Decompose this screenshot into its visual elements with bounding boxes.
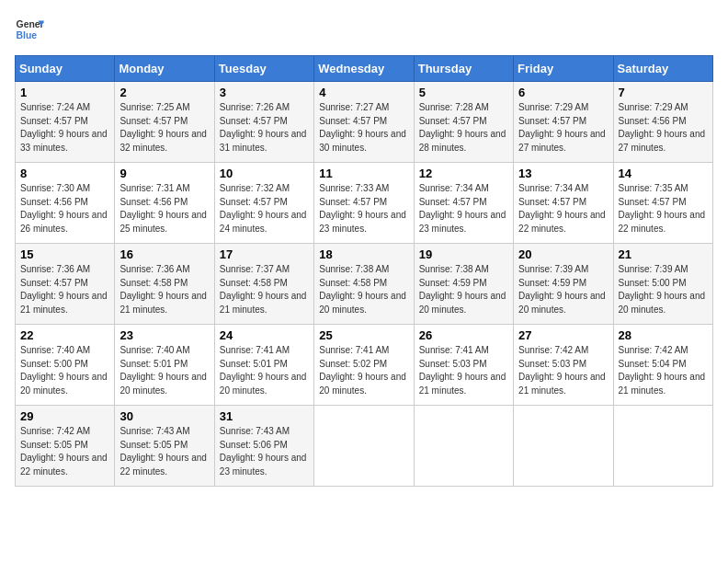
- day-detail: Sunrise: 7:29 AM Sunset: 4:57 PM Dayligh…: [518, 101, 608, 155]
- day-number: 25: [319, 328, 408, 342]
- day-detail: Sunrise: 7:34 AM Sunset: 4:57 PM Dayligh…: [419, 182, 508, 236]
- calendar-header-row: SundayMondayTuesdayWednesdayThursdayFrid…: [16, 56, 713, 82]
- calendar-cell: 14 Sunrise: 7:35 AM Sunset: 4:57 PM Dayl…: [613, 163, 712, 244]
- day-number: 6: [518, 86, 608, 99]
- day-detail: Sunrise: 7:39 AM Sunset: 4:59 PM Dayligh…: [518, 263, 608, 316]
- calendar-header-monday: Monday: [115, 56, 214, 82]
- day-number: 16: [119, 247, 209, 261]
- svg-text:Blue: Blue: [17, 30, 38, 40]
- calendar-header-wednesday: Wednesday: [314, 56, 414, 82]
- day-number: 7: [619, 86, 708, 99]
- calendar-cell: 13 Sunrise: 7:34 AM Sunset: 4:57 PM Dayl…: [514, 163, 613, 244]
- day-detail: Sunrise: 7:28 AM Sunset: 4:57 PM Dayligh…: [419, 101, 508, 155]
- day-detail: Sunrise: 7:41 AM Sunset: 5:03 PM Dayligh…: [419, 344, 508, 397]
- day-number: 14: [619, 167, 708, 180]
- calendar-header-friday: Friday: [514, 56, 613, 82]
- calendar-cell: [613, 406, 712, 487]
- day-detail: Sunrise: 7:42 AM Sunset: 5:05 PM Dayligh…: [20, 425, 109, 478]
- day-detail: Sunrise: 7:27 AM Sunset: 4:57 PM Dayligh…: [319, 101, 408, 155]
- calendar-header-sunday: Sunday: [16, 56, 115, 82]
- day-number: 17: [220, 247, 309, 261]
- calendar-week-row: 22 Sunrise: 7:40 AM Sunset: 5:00 PM Dayl…: [16, 325, 713, 406]
- day-number: 20: [518, 247, 608, 261]
- calendar-cell: 24 Sunrise: 7:41 AM Sunset: 5:01 PM Dayl…: [214, 325, 313, 406]
- calendar-cell: 9 Sunrise: 7:31 AM Sunset: 4:56 PM Dayli…: [115, 163, 214, 244]
- day-number: 8: [20, 167, 109, 180]
- calendar-week-row: 15 Sunrise: 7:36 AM Sunset: 4:57 PM Dayl…: [16, 244, 713, 325]
- calendar-body: 1 Sunrise: 7:24 AM Sunset: 4:57 PM Dayli…: [16, 82, 713, 487]
- day-detail: Sunrise: 7:31 AM Sunset: 4:56 PM Dayligh…: [119, 182, 209, 236]
- calendar-week-row: 1 Sunrise: 7:24 AM Sunset: 4:57 PM Dayli…: [16, 82, 713, 163]
- logo: General Blue: [15, 15, 44, 44]
- day-number: 3: [220, 86, 309, 99]
- day-detail: Sunrise: 7:25 AM Sunset: 4:57 PM Dayligh…: [119, 101, 209, 155]
- calendar-cell: 28 Sunrise: 7:42 AM Sunset: 5:04 PM Dayl…: [613, 325, 712, 406]
- calendar-cell: 8 Sunrise: 7:30 AM Sunset: 4:56 PM Dayli…: [16, 163, 115, 244]
- day-number: 21: [619, 247, 708, 261]
- day-detail: Sunrise: 7:26 AM Sunset: 4:57 PM Dayligh…: [220, 101, 309, 155]
- calendar-cell: 25 Sunrise: 7:41 AM Sunset: 5:02 PM Dayl…: [314, 325, 414, 406]
- calendar-header-saturday: Saturday: [613, 56, 712, 82]
- day-number: 19: [419, 247, 508, 261]
- calendar-cell: 29 Sunrise: 7:42 AM Sunset: 5:05 PM Dayl…: [16, 406, 115, 487]
- day-number: 22: [20, 328, 109, 342]
- day-number: 29: [20, 409, 109, 423]
- calendar-table: SundayMondayTuesdayWednesdayThursdayFrid…: [15, 55, 713, 487]
- day-number: 26: [419, 328, 508, 342]
- calendar-cell: [314, 406, 414, 487]
- calendar-cell: 18 Sunrise: 7:38 AM Sunset: 4:58 PM Dayl…: [314, 244, 414, 325]
- day-number: 11: [319, 167, 408, 180]
- day-detail: Sunrise: 7:30 AM Sunset: 4:56 PM Dayligh…: [20, 182, 109, 236]
- day-detail: Sunrise: 7:32 AM Sunset: 4:57 PM Dayligh…: [220, 182, 309, 236]
- day-number: 5: [419, 86, 508, 99]
- calendar-cell: 12 Sunrise: 7:34 AM Sunset: 4:57 PM Dayl…: [414, 163, 513, 244]
- day-detail: Sunrise: 7:35 AM Sunset: 4:57 PM Dayligh…: [619, 182, 708, 236]
- day-number: 9: [119, 167, 209, 180]
- day-detail: Sunrise: 7:40 AM Sunset: 5:01 PM Dayligh…: [119, 344, 209, 397]
- day-detail: Sunrise: 7:42 AM Sunset: 5:04 PM Dayligh…: [619, 344, 708, 397]
- calendar-cell: 10 Sunrise: 7:32 AM Sunset: 4:57 PM Dayl…: [214, 163, 313, 244]
- day-number: 13: [518, 167, 608, 180]
- calendar-week-row: 8 Sunrise: 7:30 AM Sunset: 4:56 PM Dayli…: [16, 163, 713, 244]
- calendar-cell: 26 Sunrise: 7:41 AM Sunset: 5:03 PM Dayl…: [414, 325, 513, 406]
- day-number: 10: [220, 167, 309, 180]
- calendar-header-tuesday: Tuesday: [214, 56, 313, 82]
- calendar-cell: 11 Sunrise: 7:33 AM Sunset: 4:57 PM Dayl…: [314, 163, 414, 244]
- day-number: 30: [119, 409, 209, 423]
- day-detail: Sunrise: 7:43 AM Sunset: 5:05 PM Dayligh…: [119, 425, 209, 478]
- day-detail: Sunrise: 7:34 AM Sunset: 4:57 PM Dayligh…: [518, 182, 608, 236]
- calendar-cell: 21 Sunrise: 7:39 AM Sunset: 5:00 PM Dayl…: [613, 244, 712, 325]
- day-detail: Sunrise: 7:37 AM Sunset: 4:58 PM Dayligh…: [220, 263, 309, 316]
- day-number: 4: [319, 86, 408, 99]
- calendar-cell: 16 Sunrise: 7:36 AM Sunset: 4:58 PM Dayl…: [115, 244, 214, 325]
- calendar-cell: 31 Sunrise: 7:43 AM Sunset: 5:06 PM Dayl…: [214, 406, 313, 487]
- calendar-cell: 6 Sunrise: 7:29 AM Sunset: 4:57 PM Dayli…: [514, 82, 613, 163]
- day-detail: Sunrise: 7:36 AM Sunset: 4:58 PM Dayligh…: [119, 263, 209, 316]
- day-number: 1: [20, 86, 109, 99]
- calendar-cell: 2 Sunrise: 7:25 AM Sunset: 4:57 PM Dayli…: [115, 82, 214, 163]
- calendar-cell: 20 Sunrise: 7:39 AM Sunset: 4:59 PM Dayl…: [514, 244, 613, 325]
- logo-icon: General Blue: [15, 15, 44, 44]
- calendar-cell: 3 Sunrise: 7:26 AM Sunset: 4:57 PM Dayli…: [214, 82, 313, 163]
- day-detail: Sunrise: 7:40 AM Sunset: 5:00 PM Dayligh…: [20, 344, 109, 397]
- calendar-cell: 7 Sunrise: 7:29 AM Sunset: 4:56 PM Dayli…: [613, 82, 712, 163]
- calendar-cell: 23 Sunrise: 7:40 AM Sunset: 5:01 PM Dayl…: [115, 325, 214, 406]
- calendar-cell: 22 Sunrise: 7:40 AM Sunset: 5:00 PM Dayl…: [16, 325, 115, 406]
- calendar-header-thursday: Thursday: [414, 56, 513, 82]
- day-detail: Sunrise: 7:38 AM Sunset: 4:58 PM Dayligh…: [319, 263, 408, 316]
- day-detail: Sunrise: 7:41 AM Sunset: 5:01 PM Dayligh…: [220, 344, 309, 397]
- day-detail: Sunrise: 7:24 AM Sunset: 4:57 PM Dayligh…: [20, 101, 109, 155]
- calendar-cell: [514, 406, 613, 487]
- day-number: 12: [419, 167, 508, 180]
- calendar-week-row: 29 Sunrise: 7:42 AM Sunset: 5:05 PM Dayl…: [16, 406, 713, 487]
- day-number: 15: [20, 247, 109, 261]
- day-detail: Sunrise: 7:38 AM Sunset: 4:59 PM Dayligh…: [419, 263, 508, 316]
- day-number: 27: [518, 328, 608, 342]
- day-detail: Sunrise: 7:41 AM Sunset: 5:02 PM Dayligh…: [319, 344, 408, 397]
- calendar-cell: 1 Sunrise: 7:24 AM Sunset: 4:57 PM Dayli…: [16, 82, 115, 163]
- day-number: 2: [119, 86, 209, 99]
- day-number: 23: [119, 328, 209, 342]
- day-detail: Sunrise: 7:43 AM Sunset: 5:06 PM Dayligh…: [220, 425, 309, 478]
- day-number: 18: [319, 247, 408, 261]
- calendar-cell: 27 Sunrise: 7:42 AM Sunset: 5:03 PM Dayl…: [514, 325, 613, 406]
